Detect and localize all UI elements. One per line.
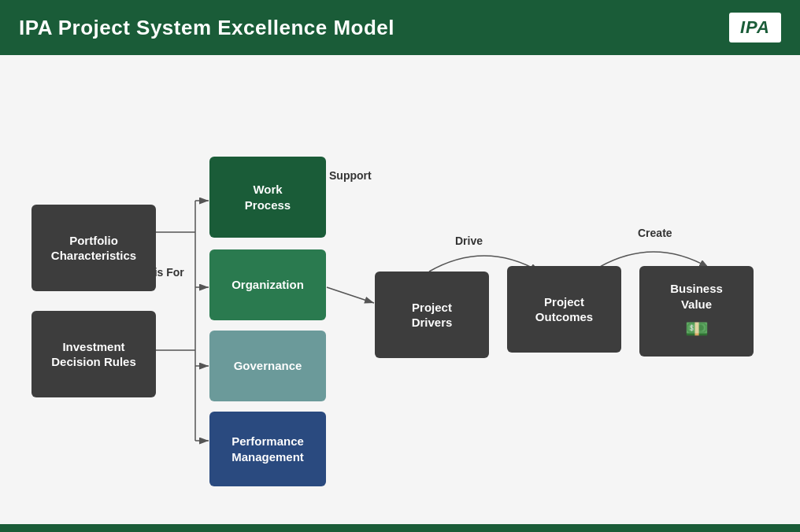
organization-box: Organization (209, 249, 326, 320)
work-process-box: WorkProcess (209, 157, 326, 238)
main-content: Basis For Support Drive Create Portfolio… (0, 55, 800, 524)
business-value-box: BusinessValue 💵 (639, 266, 754, 357)
governance-box: Governance (209, 331, 326, 401)
project-drivers-box: ProjectDrivers (375, 272, 489, 358)
svg-line-11 (327, 287, 374, 303)
portfolio-characteristics-box: PortfolioCharacteristics (31, 205, 156, 291)
project-outcomes-box: ProjectOutcomes (507, 266, 621, 353)
organization-label: Organization (231, 277, 304, 293)
support-label: Support (329, 169, 372, 182)
money-icon: 💵 (685, 316, 709, 341)
ipa-logo: IPA (729, 13, 781, 42)
performance-management-box: PerformanceManagement (209, 412, 326, 486)
create-label: Create (638, 227, 672, 239)
drive-label: Drive (455, 235, 483, 247)
page-title: IPA Project System Excellence Model (19, 16, 394, 40)
footer-bar (0, 524, 800, 532)
investment-decision-rules-box: InvestmentDecision Rules (31, 311, 156, 397)
header: IPA Project System Excellence Model IPA (0, 0, 800, 55)
